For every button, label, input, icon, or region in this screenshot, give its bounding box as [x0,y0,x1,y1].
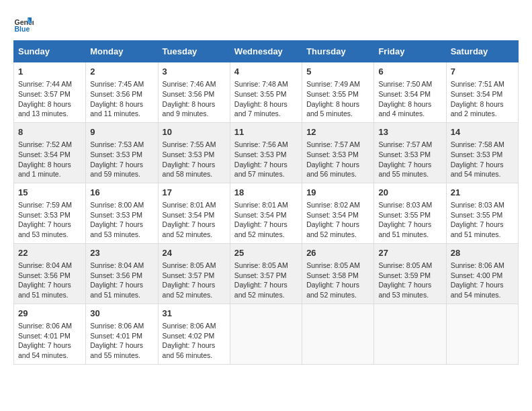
day-cell: 2Sunrise: 7:45 AMSunset: 3:56 PMDaylight… [86,62,158,123]
day-info: Sunrise: 7:58 AMSunset: 3:53 PMDaylight:… [451,140,514,179]
week-row-5: 29Sunrise: 8:06 AMSunset: 4:01 PMDayligh… [14,304,519,364]
day-cell: 5Sunrise: 7:49 AMSunset: 3:55 PMDaylight… [302,62,374,123]
day-cell: 26Sunrise: 8:05 AMSunset: 3:58 PMDayligh… [302,243,374,304]
day-number: 10 [163,126,226,138]
header: General Blue [13,13,519,34]
day-info: Sunrise: 7:44 AMSunset: 3:57 PMDaylight:… [18,79,81,119]
col-header-wednesday: Wednesday [230,41,302,62]
day-number: 8 [18,126,81,138]
day-cell: 17Sunrise: 8:01 AMSunset: 3:54 PMDayligh… [158,183,230,243]
day-cell: 11Sunrise: 7:56 AMSunset: 3:53 PMDayligh… [230,122,302,183]
day-cell: 27Sunrise: 8:05 AMSunset: 3:59 PMDayligh… [374,243,446,304]
col-header-monday: Monday [86,41,158,62]
day-info: Sunrise: 8:01 AMSunset: 3:54 PMDaylight:… [234,200,298,240]
day-info: Sunrise: 8:00 AMSunset: 3:53 PMDaylight:… [90,200,153,240]
day-info: Sunrise: 7:57 AMSunset: 3:53 PMDaylight:… [306,140,369,179]
day-info: Sunrise: 7:51 AMSunset: 3:54 PMDaylight:… [451,79,514,119]
day-info: Sunrise: 8:06 AMSunset: 4:00 PMDaylight:… [451,261,514,300]
day-cell [230,304,302,364]
day-cell [446,304,518,364]
day-number: 18 [234,187,298,199]
day-info: Sunrise: 8:03 AMSunset: 3:55 PMDaylight:… [451,200,514,240]
day-cell: 6Sunrise: 7:50 AMSunset: 3:54 PMDaylight… [374,62,446,123]
week-row-2: 8Sunrise: 7:52 AMSunset: 3:54 PMDaylight… [14,122,519,183]
week-row-1: 1Sunrise: 7:44 AMSunset: 3:57 PMDaylight… [14,62,519,123]
day-info: Sunrise: 7:53 AMSunset: 3:53 PMDaylight:… [90,140,153,179]
day-cell: 18Sunrise: 8:01 AMSunset: 3:54 PMDayligh… [230,183,302,243]
calendar-header: SundayMondayTuesdayWednesdayThursdayFrid… [14,41,519,62]
day-cell: 20Sunrise: 8:03 AMSunset: 3:55 PMDayligh… [374,183,446,243]
day-cell: 21Sunrise: 8:03 AMSunset: 3:55 PMDayligh… [446,183,518,243]
day-info: Sunrise: 8:06 AMSunset: 4:01 PMDaylight:… [18,321,81,361]
day-info: Sunrise: 8:04 AMSunset: 3:56 PMDaylight:… [90,261,153,300]
day-cell: 23Sunrise: 8:04 AMSunset: 3:56 PMDayligh… [86,243,158,304]
day-info: Sunrise: 8:05 AMSunset: 3:59 PMDaylight:… [378,261,441,300]
day-number: 3 [163,66,226,78]
day-number: 31 [163,308,226,320]
day-cell: 24Sunrise: 8:05 AMSunset: 3:57 PMDayligh… [158,243,230,304]
day-info: Sunrise: 7:48 AMSunset: 3:55 PMDaylight:… [234,79,298,119]
day-cell: 13Sunrise: 7:57 AMSunset: 3:53 PMDayligh… [374,122,446,183]
day-info: Sunrise: 8:05 AMSunset: 3:58 PMDaylight:… [306,261,369,300]
day-number: 9 [90,126,153,138]
day-info: Sunrise: 7:56 AMSunset: 3:53 PMDaylight:… [234,140,298,179]
header-row: SundayMondayTuesdayWednesdayThursdayFrid… [14,41,519,62]
day-number: 15 [18,187,81,199]
day-info: Sunrise: 8:01 AMSunset: 3:54 PMDaylight:… [163,200,226,240]
day-info: Sunrise: 7:55 AMSunset: 3:53 PMDaylight:… [163,140,226,179]
day-number: 13 [378,126,441,138]
day-cell: 29Sunrise: 8:06 AMSunset: 4:01 PMDayligh… [14,304,86,364]
day-number: 12 [306,126,369,138]
day-cell: 14Sunrise: 7:58 AMSunset: 3:53 PMDayligh… [446,122,518,183]
day-number: 5 [306,66,369,78]
day-info: Sunrise: 7:45 AMSunset: 3:56 PMDaylight:… [90,79,153,119]
day-cell: 3Sunrise: 7:46 AMSunset: 3:56 PMDaylight… [158,62,230,123]
day-number: 20 [378,187,441,199]
day-info: Sunrise: 7:49 AMSunset: 3:55 PMDaylight:… [306,79,369,119]
day-cell: 28Sunrise: 8:06 AMSunset: 4:00 PMDayligh… [446,243,518,304]
day-info: Sunrise: 7:52 AMSunset: 3:54 PMDaylight:… [18,140,81,179]
day-number: 23 [90,247,153,259]
day-number: 24 [163,247,226,259]
day-number: 25 [234,247,298,259]
svg-text:Blue: Blue [15,25,30,33]
day-info: Sunrise: 8:05 AMSunset: 3:57 PMDaylight:… [163,261,226,300]
day-number: 1 [18,66,81,78]
logo: General Blue [13,13,36,34]
day-cell [302,304,374,364]
day-number: 21 [451,187,514,199]
day-cell: 10Sunrise: 7:55 AMSunset: 3:53 PMDayligh… [158,122,230,183]
col-header-friday: Friday [374,41,446,62]
day-cell: 1Sunrise: 7:44 AMSunset: 3:57 PMDaylight… [14,62,86,123]
day-cell: 4Sunrise: 7:48 AMSunset: 3:55 PMDaylight… [230,62,302,123]
day-info: Sunrise: 8:06 AMSunset: 4:02 PMDaylight:… [163,321,226,361]
day-info: Sunrise: 7:59 AMSunset: 3:53 PMDaylight:… [18,200,81,240]
day-number: 27 [378,247,441,259]
day-number: 30 [90,308,153,320]
day-cell: 19Sunrise: 8:02 AMSunset: 3:54 PMDayligh… [302,183,374,243]
day-info: Sunrise: 7:50 AMSunset: 3:54 PMDaylight:… [378,79,441,119]
day-info: Sunrise: 8:04 AMSunset: 3:56 PMDaylight:… [18,261,81,300]
day-info: Sunrise: 8:03 AMSunset: 3:55 PMDaylight:… [378,200,441,240]
day-cell: 8Sunrise: 7:52 AMSunset: 3:54 PMDaylight… [14,122,86,183]
day-number: 7 [451,66,514,78]
day-number: 14 [451,126,514,138]
day-info: Sunrise: 8:02 AMSunset: 3:54 PMDaylight:… [306,200,369,240]
day-number: 4 [234,66,298,78]
day-number: 28 [451,247,514,259]
day-number: 17 [163,187,226,199]
day-cell: 15Sunrise: 7:59 AMSunset: 3:53 PMDayligh… [14,183,86,243]
day-number: 29 [18,308,81,320]
day-cell: 25Sunrise: 8:05 AMSunset: 3:57 PMDayligh… [230,243,302,304]
day-number: 19 [306,187,369,199]
day-cell: 12Sunrise: 7:57 AMSunset: 3:53 PMDayligh… [302,122,374,183]
day-number: 11 [234,126,298,138]
day-cell [374,304,446,364]
col-header-tuesday: Tuesday [158,41,230,62]
calendar-table: SundayMondayTuesdayWednesdayThursdayFrid… [13,40,519,365]
day-cell: 22Sunrise: 8:04 AMSunset: 3:56 PMDayligh… [14,243,86,304]
day-number: 6 [378,66,441,78]
week-row-3: 15Sunrise: 7:59 AMSunset: 3:53 PMDayligh… [14,183,519,243]
day-number: 16 [90,187,153,199]
day-cell: 16Sunrise: 8:00 AMSunset: 3:53 PMDayligh… [86,183,158,243]
